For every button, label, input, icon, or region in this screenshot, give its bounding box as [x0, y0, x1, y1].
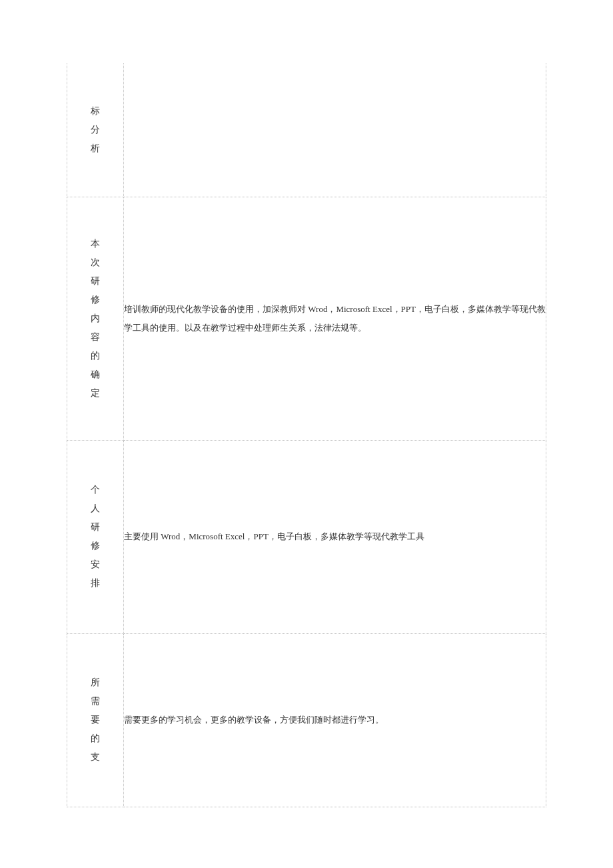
document-page: 标分析 本次研修内容的确定 培训教师的现代化教学设备的使用，加深教师对 Wrod… [0, 63, 613, 868]
row-content: 需要更多的学习机会，更多的教学设备，方便我们随时都进行学习。 [124, 715, 384, 725]
row-content: 培训教师的现代化教学设备的使用，加深教师对 Wrod，Microsoft Exc… [124, 304, 546, 332]
table-row: 本次研修内容的确定 培训教师的现代化教学设备的使用，加深教师对 Wrod，Mic… [67, 197, 546, 440]
row-content: 主要使用 Wrod，Microsoft Excel，PPT，电子白板，多媒体教学… [124, 531, 424, 541]
table-row: 标分析 [67, 63, 546, 197]
row-content-cell: 主要使用 Wrod，Microsoft Excel，PPT，电子白板，多媒体教学… [124, 440, 546, 633]
row-label: 标分析 [91, 102, 100, 158]
row-content-cell: 培训教师的现代化教学设备的使用，加深教师对 Wrod，Microsoft Exc… [124, 197, 546, 440]
row-label: 本次研修内容的确定 [91, 235, 100, 403]
row-label-cell: 个人研修安排 [67, 440, 124, 633]
row-content-cell: 需要更多的学习机会，更多的教学设备，方便我们随时都进行学习。 [124, 633, 546, 807]
row-label-cell: 所需要的支 [67, 633, 124, 807]
row-label-cell: 本次研修内容的确定 [67, 197, 124, 440]
table-row: 所需要的支 需要更多的学习机会，更多的教学设备，方便我们随时都进行学习。 [67, 633, 546, 807]
row-label: 个人研修安排 [91, 481, 100, 593]
row-label-cell: 标分析 [67, 63, 124, 197]
table-row: 个人研修安排 主要使用 Wrod，Microsoft Excel，PPT，电子白… [67, 440, 546, 633]
form-table: 标分析 本次研修内容的确定 培训教师的现代化教学设备的使用，加深教师对 Wrod… [67, 63, 546, 807]
row-label: 所需要的支 [91, 673, 100, 767]
row-content-cell [124, 63, 546, 197]
